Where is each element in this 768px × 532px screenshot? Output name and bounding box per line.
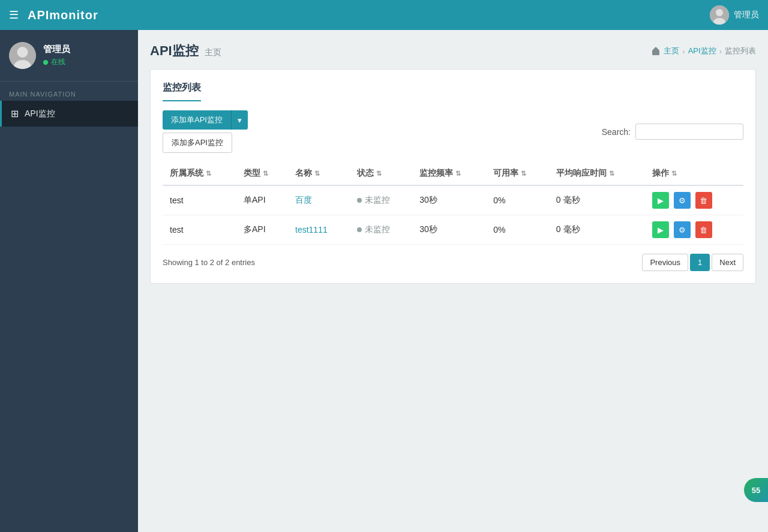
add-multi-api-button[interactable]: 添加多API监控 xyxy=(163,133,232,153)
col-frequency: 监控频率 ⇅ xyxy=(412,162,486,185)
search-input[interactable] xyxy=(635,124,743,140)
cell-type-0: 单API xyxy=(236,185,288,215)
grid-icon: ⊞ xyxy=(11,108,19,119)
topbar-avatar xyxy=(710,5,729,25)
cell-system-0: test xyxy=(163,185,236,215)
layout: 管理员 在线 MAIN NAVIGATION ⊞ API监控 API监控 主页 … xyxy=(0,30,768,532)
topbar-user-menu[interactable]: 管理员 xyxy=(710,5,759,25)
sort-system-icon[interactable]: ⇅ xyxy=(206,170,211,178)
status-text: 在线 xyxy=(51,57,65,67)
cell-avg-response-1: 0 毫秒 xyxy=(549,215,645,245)
breadcrumb: 主页 › API监控 › 监控列表 xyxy=(651,46,756,56)
next-button[interactable]: Next xyxy=(712,254,743,271)
dropdown-menu-area: 添加多API监控 xyxy=(163,133,248,153)
cell-name-0: 百度 xyxy=(288,185,350,215)
sidebar-nav-label: MAIN NAVIGATION xyxy=(0,82,138,101)
play-button-0[interactable]: ▶ xyxy=(652,192,669,209)
cell-avg-response-0: 0 毫秒 xyxy=(549,185,645,215)
main-content: API监控 主页 主页 › API监控 › 监控列表 监控列表 添加单API监控 xyxy=(138,30,768,532)
status-label-0: 未监控 xyxy=(365,195,390,206)
col-type: 类型 ⇅ xyxy=(236,162,288,185)
sidebar-item-api-monitor[interactable]: ⊞ API监控 xyxy=(0,101,138,127)
sort-type-icon[interactable]: ⇅ xyxy=(263,170,268,178)
hamburger-button[interactable]: ☰ xyxy=(9,8,19,22)
table-row: test 多API test1111 未监控 30秒 0% 0 毫秒 ▶ ⚙ 🗑 xyxy=(163,215,743,245)
topbar: ☰ APImonitor 管理员 xyxy=(0,0,768,30)
sort-frequency-icon[interactable]: ⇅ xyxy=(455,170,461,178)
api-name-link-1[interactable]: test1111 xyxy=(295,225,328,235)
svg-point-4 xyxy=(17,47,28,58)
col-system: 所属系统 ⇅ xyxy=(163,162,236,185)
cell-system-1: test xyxy=(163,215,236,245)
monitor-table: 所属系统 ⇅ 类型 ⇅ 名称 xyxy=(163,162,743,245)
delete-button-0[interactable]: 🗑 xyxy=(695,192,712,209)
sort-status-icon[interactable]: ⇅ xyxy=(376,170,382,178)
col-actions: 操作 ⇅ xyxy=(645,162,743,185)
cell-type-1: 多API xyxy=(236,215,288,245)
cell-frequency-1: 30秒 xyxy=(412,215,486,245)
dropdown-toggle-button[interactable]: ▾ xyxy=(231,110,248,130)
status-dot-1 xyxy=(357,227,362,232)
sort-availability-icon[interactable]: ⇅ xyxy=(521,170,526,178)
api-name-link-0[interactable]: 百度 xyxy=(295,195,312,205)
cell-status-1: 未监控 xyxy=(350,215,413,245)
floating-badge[interactable]: 55 xyxy=(744,478,768,502)
status-label-1: 未监控 xyxy=(365,224,390,235)
monitor-list-card: 监控列表 添加单API监控 ▾ 添加多API监控 Search: xyxy=(150,69,756,284)
table-info: Showing 1 to 2 of 2 entries xyxy=(163,258,255,267)
page-title-area: API监控 主页 xyxy=(150,42,221,60)
col-name: 名称 ⇅ xyxy=(288,162,350,185)
app-brand: APImonitor xyxy=(28,8,98,22)
col-availability: 可用率 ⇅ xyxy=(486,162,549,185)
svg-rect-6 xyxy=(652,50,659,55)
cell-name-1: test1111 xyxy=(288,215,350,245)
toolbar: 添加单API监控 ▾ 添加多API监控 Search: xyxy=(163,110,743,153)
card-title: 监控列表 xyxy=(163,82,201,101)
cell-status-0: 未监控 xyxy=(350,185,413,215)
sidebar-item-label-api-monitor: API监控 xyxy=(25,109,55,119)
status-online-dot xyxy=(43,60,48,65)
svg-point-1 xyxy=(716,9,723,16)
breadcrumb-home[interactable]: 主页 xyxy=(664,46,679,56)
play-button-1[interactable]: ▶ xyxy=(652,221,669,238)
sort-actions-icon[interactable]: ⇅ xyxy=(671,170,677,178)
page-header: API监控 主页 主页 › API监控 › 监控列表 xyxy=(150,42,756,60)
cell-availability-1: 0% xyxy=(486,215,549,245)
table-body: test 单API 百度 未监控 30秒 0% 0 毫秒 ▶ ⚙ 🗑 test xyxy=(163,185,743,245)
sort-avg-response-icon[interactable]: ⇅ xyxy=(609,170,614,178)
svg-marker-7 xyxy=(652,47,659,50)
cell-frequency-0: 30秒 xyxy=(412,185,486,215)
home-icon xyxy=(651,46,661,56)
sidebar-username: 管理员 xyxy=(43,44,70,55)
add-button-container: 添加单API监控 ▾ 添加多API监控 xyxy=(163,110,248,153)
sort-name-icon[interactable]: ⇅ xyxy=(314,170,320,178)
col-status: 状态 ⇅ xyxy=(350,162,413,185)
search-area: Search: xyxy=(602,124,743,140)
cell-actions-0: ▶ ⚙ 🗑 xyxy=(645,185,743,215)
pagination: Previous 1 Next xyxy=(642,254,743,271)
cell-actions-1: ▶ ⚙ 🗑 xyxy=(645,215,743,245)
col-avg-response: 平均响应时间 ⇅ xyxy=(549,162,645,185)
table-row: test 单API 百度 未监控 30秒 0% 0 毫秒 ▶ ⚙ 🗑 xyxy=(163,185,743,215)
previous-button[interactable]: Previous xyxy=(642,254,688,271)
breadcrumb-api-monitor[interactable]: API监控 xyxy=(688,46,716,56)
delete-button-1[interactable]: 🗑 xyxy=(695,221,712,238)
breadcrumb-current: 监控列表 xyxy=(725,46,756,56)
table-header: 所属系统 ⇅ 类型 ⇅ 名称 xyxy=(163,162,743,185)
search-label: Search: xyxy=(602,127,631,137)
add-button-group: 添加单API监控 ▾ xyxy=(163,110,248,130)
cell-availability-0: 0% xyxy=(486,185,549,215)
table-footer: Showing 1 to 2 of 2 entries Previous 1 N… xyxy=(163,254,743,271)
page-title: API监控 xyxy=(150,42,199,60)
topbar-username: 管理员 xyxy=(734,10,759,20)
page-subtitle: 主页 xyxy=(205,47,221,58)
page-1-button[interactable]: 1 xyxy=(690,254,710,271)
status-dot-0 xyxy=(357,198,362,203)
sidebar-avatar xyxy=(9,42,36,69)
add-single-api-button[interactable]: 添加单API监控 xyxy=(163,110,231,130)
settings-button-0[interactable]: ⚙ xyxy=(674,192,691,209)
sidebar-status: 在线 xyxy=(43,57,70,67)
sidebar: 管理员 在线 MAIN NAVIGATION ⊞ API监控 xyxy=(0,30,138,532)
settings-button-1[interactable]: ⚙ xyxy=(674,221,691,238)
sidebar-profile: 管理员 在线 xyxy=(0,30,138,82)
